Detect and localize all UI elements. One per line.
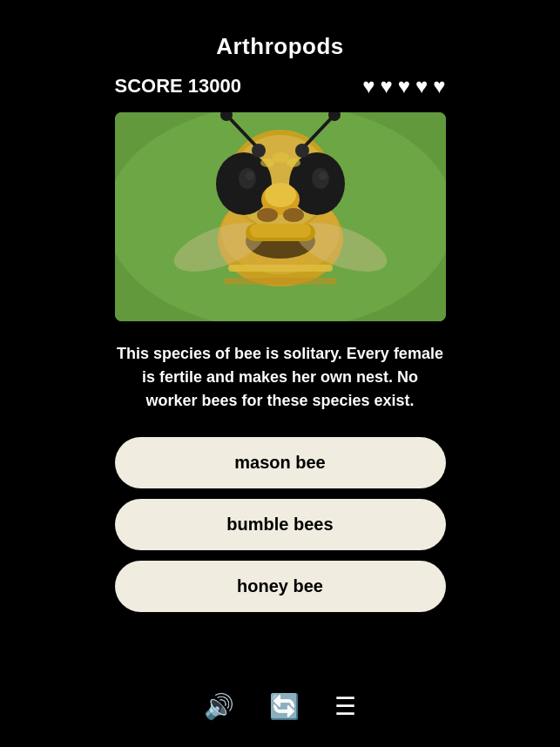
- bottom-bar: 🔊 🔄 ☰: [204, 692, 356, 730]
- refresh-icon[interactable]: 🔄: [269, 692, 300, 721]
- svg-point-23: [295, 144, 309, 158]
- svg-point-30: [260, 158, 274, 167]
- svg-point-22: [252, 144, 266, 158]
- page-title: Arthropods: [216, 33, 344, 60]
- menu-icon[interactable]: ☰: [334, 692, 356, 721]
- answer-button-3[interactable]: honey bee: [115, 561, 446, 612]
- heart-1: ♥: [362, 74, 374, 98]
- score-display: SCORE 13000: [115, 75, 242, 98]
- svg-point-17: [283, 208, 304, 222]
- svg-point-15: [265, 183, 296, 207]
- svg-point-12: [246, 172, 254, 180]
- svg-rect-29: [250, 224, 311, 238]
- heart-5: ♥: [433, 74, 445, 98]
- svg-point-32: [272, 152, 289, 163]
- answer-button-2[interactable]: bumble bees: [115, 499, 446, 550]
- svg-rect-27: [224, 278, 337, 285]
- question-text: This species of bee is solitary. Every f…: [115, 342, 446, 413]
- heart-2: ♥: [381, 74, 393, 98]
- lives-display: ♥ ♥ ♥ ♥ ♥: [362, 74, 445, 98]
- answers-container: mason bee bumble bees honey bee: [115, 437, 446, 612]
- heart-4: ♥: [415, 74, 428, 98]
- score-row: SCORE 13000 ♥ ♥ ♥ ♥ ♥: [115, 74, 446, 98]
- heart-3: ♥: [398, 74, 410, 98]
- svg-point-16: [257, 208, 278, 222]
- answer-button-1[interactable]: mason bee: [115, 437, 446, 488]
- question-image: [115, 112, 446, 321]
- svg-point-31: [287, 158, 300, 167]
- svg-point-13: [319, 172, 327, 180]
- sound-icon[interactable]: 🔊: [204, 692, 234, 721]
- svg-rect-26: [228, 265, 333, 272]
